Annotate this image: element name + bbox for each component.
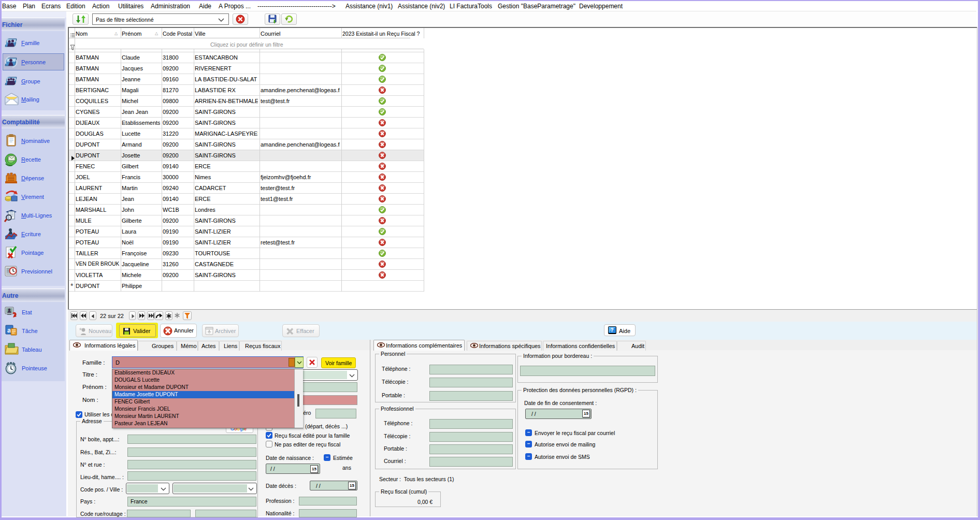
- svg-text:?: ?: [611, 327, 614, 333]
